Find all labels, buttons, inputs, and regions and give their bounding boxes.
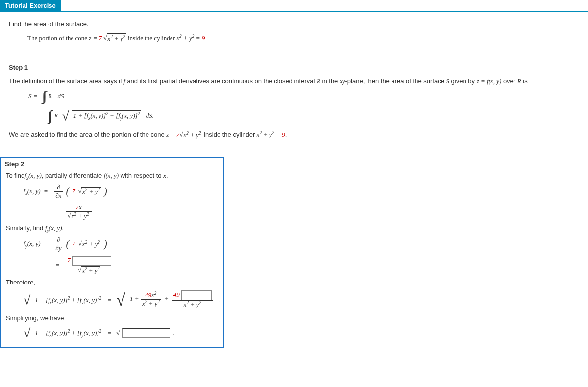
answer-input-2[interactable]: [181, 290, 212, 300]
step-2-intro: To findfx(x, y), partially differentiate…: [6, 172, 220, 180]
tab-tutorial-exercise: Tutorial Exercise: [0, 0, 61, 11]
prompt-text: The portion of the cone: [27, 34, 89, 42]
step-1-title: Step 1: [9, 63, 579, 73]
therefore-equation: √ 1 + [fx(x, y)]2 + [fy(x, y)]2 = √ 1 + …: [24, 290, 220, 310]
exercise-prompt: Find the area of the surface. The portio…: [0, 16, 588, 53]
answer-input-3[interactable]: [122, 328, 170, 338]
surface-integral-2: = ∫∫R √ 1 + [fx(x, y)]2 + [fy(x, y)]2 dS…: [39, 106, 579, 127]
fy-definition: fy(x, y) = ∂∂y (7√x2 + y2): [24, 236, 220, 252]
surface-integral-1: S = ∫∫R dS: [28, 91, 579, 102]
step-1-definition: The definition of the surface area says …: [9, 77, 579, 87]
cone-equation: z = 7 √x2 + y2: [89, 34, 128, 42]
therefore-text: Therefore,: [6, 279, 220, 286]
cylinder-equation: x2 + y2 = 9: [176, 34, 205, 42]
prompt-line-1: Find the area of the surface.: [9, 19, 579, 29]
answer-input-1[interactable]: [72, 256, 111, 266]
prompt-line-2: The portion of the cone z = 7 √x2 + y2 i…: [9, 33, 579, 44]
simplified-equation: √ 1 + [fx(x, y)]2 + [fy(x, y)]2 = √.: [24, 326, 220, 340]
fx-definition: fx(x, y) = ∂∂x (7√x2 + y2): [24, 183, 220, 200]
simplifying-text: Simplifying, we have: [6, 314, 220, 322]
prompt-text-2: inside the cylinder: [128, 34, 176, 42]
fy-result: = 7 √x2 + y2: [55, 256, 220, 275]
step-2-title: Step 2: [5, 160, 220, 168]
fx-result: = 7x √x2 + y2: [55, 204, 220, 220]
step-2-box: Step 2 To findfx(x, y), partially differ…: [0, 157, 224, 348]
step-1-asked: We are asked to find the area of the por…: [9, 130, 579, 141]
similarly-text: Similarly, find fy(x, y).: [6, 224, 220, 232]
